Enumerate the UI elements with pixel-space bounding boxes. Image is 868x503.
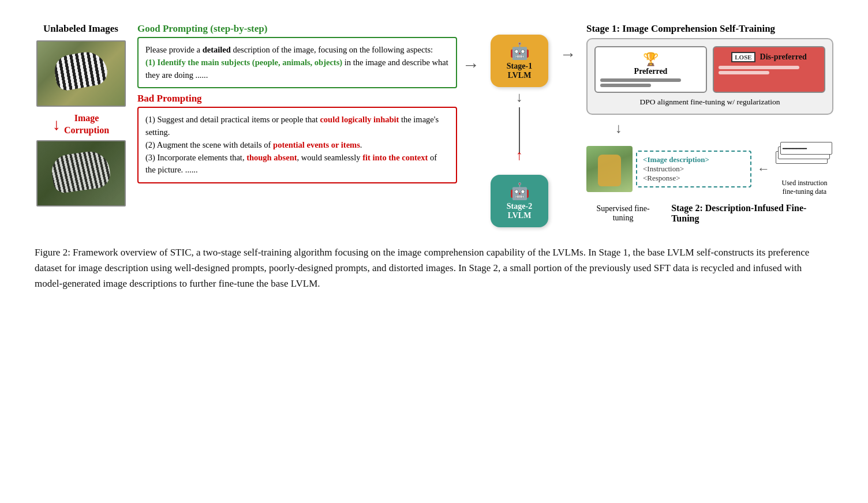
lvlm2-sublabel: LVLM <box>499 211 540 220</box>
data-stack-section: ━━━━━━━ ━━━━━━━ ━━━━━━━ Used instruction… <box>776 142 833 196</box>
sft-label: Supervised fine-tuning <box>586 204 660 223</box>
lvlm-vertical-space <box>519 107 520 153</box>
lvlm1-container: 🤖 Stage-1 LVLM ↓ <box>491 35 548 107</box>
giraffe-image <box>586 146 633 192</box>
response-text: <Response> <box>643 174 680 182</box>
dispreferred-box: LOSE Dis-preferred <box>713 46 825 93</box>
dispreferred-header: LOSE Dis-preferred <box>719 52 820 62</box>
prompts-column: Good Prompting (step-by-step) Please pro… <box>137 23 457 183</box>
lose-badge: LOSE <box>731 52 755 62</box>
lvlm1-sublabel: LVLM <box>499 71 540 80</box>
image-corruption-label: ImageCorruption <box>64 112 109 137</box>
lvlm2-icon: 🤖 <box>499 182 540 201</box>
arrow-col: → <box>554 23 582 63</box>
data-card-3: ━━━━━━━ <box>780 142 832 155</box>
arrow-left-icon: ← <box>757 162 770 177</box>
arrow-right-stage1: → <box>560 45 576 63</box>
stage-down-arrow: ↓ <box>586 121 833 136</box>
preferred-box: 🏆 Preferred <box>594 46 707 93</box>
good-prompting-title: Good Prompting (step-by-step) <box>137 23 457 35</box>
dispreferred-bar2 <box>719 71 769 74</box>
preferred-score-bar <box>600 78 681 82</box>
corruption-arrow: ↓ <box>53 117 61 133</box>
figure-caption: Figure 2: Framework overview of STIC, a … <box>35 245 831 292</box>
used-data-label: Used instructionfine-tuning data <box>782 179 828 196</box>
stage2-title: Stage 2: Description-Infused Fine-Tuning <box>671 203 833 224</box>
stage1-wrapper: Stage 1: Image Comprehension Self-Traini… <box>586 23 833 115</box>
lvlm1-label: Stage-1 <box>499 62 540 71</box>
unlabeled-images-label: Unlabeled Images <box>43 23 118 35</box>
diagram-area: Unlabeled Images ↓ ImageCorruption Good … <box>35 23 833 227</box>
lvlm1-down-arrow: ↓ <box>491 89 548 105</box>
preferred-score-bar2 <box>600 84 651 87</box>
vertical-line <box>519 107 520 153</box>
good-prompt-highlight: (1) Identify the main subjects (people, … <box>145 58 342 67</box>
zebra-image-corrupted <box>36 140 126 207</box>
trophy-icon: 🏆 <box>600 52 701 67</box>
instruction-text: <Instruction> <box>643 164 684 173</box>
good-prompt-box: Please provide a detailed description of… <box>137 37 457 88</box>
lvlm2-box: 🤖 Stage-2 LVLM <box>491 175 548 227</box>
red-arrow-section: ↑ <box>516 148 523 163</box>
bad-prompt-box: (1) Suggest and detail practical items o… <box>137 107 457 183</box>
data-cards: ━━━━━━━ ━━━━━━━ ━━━━━━━ <box>776 142 833 177</box>
bad-prompt-2: (2) Augment the scene with details of po… <box>145 140 362 149</box>
preferred-label: Preferred <box>600 67 701 76</box>
lvlm1-box: 🤖 Stage-1 LVLM <box>491 35 548 87</box>
card-lines3: ━━━━━━━ <box>783 145 807 152</box>
right-arrow-icon: → <box>462 55 480 74</box>
dispreferred-bar1 <box>719 66 799 69</box>
arrow-to-lvlm1: → <box>457 23 485 74</box>
bad-prompt-1: (1) Suggest and detail practical items o… <box>145 115 439 137</box>
lvlm2-container: 🤖 Stage-2 LVLM <box>491 175 548 227</box>
img-desc-title: <Image description> <box>643 155 744 164</box>
instruction-label: <Instruction> <box>643 164 744 174</box>
lvlm1-icon: 🤖 <box>499 42 540 61</box>
dispreferred-label: Dis-preferred <box>760 52 807 62</box>
giraffe-section: <Image description> <Instruction> <Respo… <box>586 146 751 192</box>
lvlm2-label: Stage-2 <box>499 202 540 211</box>
response-label: <Response> <box>643 174 744 183</box>
bad-prompt-3: (3) Incorporate elements that, though ab… <box>145 153 437 175</box>
dpo-box: 🏆 Preferred LOSE Dis-preferred <box>586 38 833 115</box>
lvlm-column: 🤖 Stage-1 LVLM ↓ ↑ 🤖 Stage-2 L <box>485 23 554 227</box>
stage2-content: <Image description> <Instruction> <Respo… <box>586 142 833 196</box>
dpo-label: DPO alignment fine-tuning w/ regularizat… <box>594 97 825 107</box>
zebra-image-normal <box>36 40 126 107</box>
img-desc-box: <Image description> <Instruction> <Respo… <box>636 151 751 187</box>
dpo-top-row: 🏆 Preferred LOSE Dis-preferred <box>594 46 825 93</box>
good-prompt-text1: Please provide a detailed description of… <box>145 45 433 54</box>
bad-prompting-title: Bad Prompting <box>137 93 457 104</box>
stage1-title: Stage 1: Image Comprehension Self-Traini… <box>586 23 833 35</box>
main-container: Unlabeled Images ↓ ImageCorruption Good … <box>35 17 833 292</box>
images-column: Unlabeled Images ↓ ImageCorruption <box>35 23 127 207</box>
red-up-arrow-icon: ↑ <box>516 148 523 163</box>
stage2-wrapper: <Image description> <Instruction> <Respo… <box>586 142 833 224</box>
stage2-labels-row: Supervised fine-tuning Stage 2: Descript… <box>586 203 833 224</box>
stages-column: Stage 1: Image Comprehension Self-Traini… <box>586 23 833 224</box>
